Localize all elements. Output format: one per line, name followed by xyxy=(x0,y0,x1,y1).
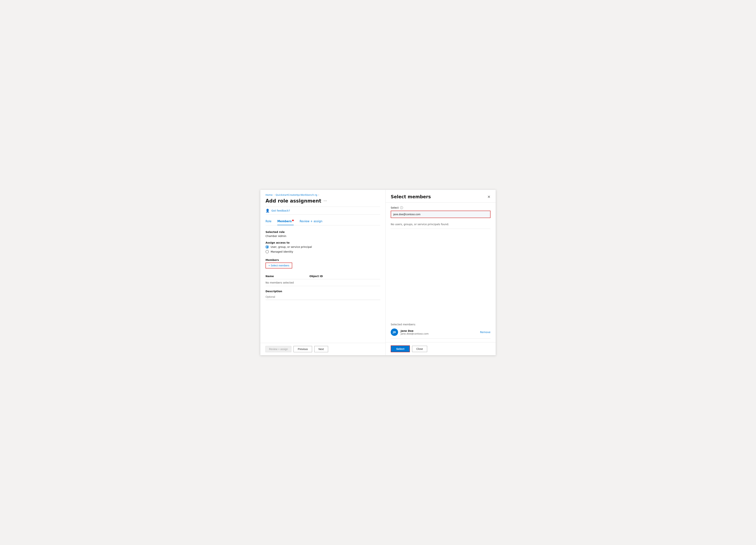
empty-row-cell: No members selected xyxy=(266,279,380,286)
breadcrumb-chevron-2: › xyxy=(318,194,319,196)
breadcrumb-chevron-1: › xyxy=(274,194,274,196)
description-label: Description xyxy=(266,290,380,293)
breadcrumb: Home › QuickstartCreateHpcWorkbench-rg › xyxy=(260,190,385,198)
radio-managed-identity-label: Managed identity xyxy=(271,250,293,253)
radio-user-group-circle[interactable] xyxy=(266,245,269,249)
page-title: Add role assignment xyxy=(266,198,321,204)
search-input[interactable] xyxy=(391,211,490,218)
selected-members-section: Selected members: JD Jane Doe jane.doe@c… xyxy=(391,323,490,339)
close-icon[interactable]: ✕ xyxy=(487,195,490,199)
assign-access-label: Assign access to xyxy=(266,241,380,244)
description-input[interactable] xyxy=(266,294,380,300)
panel-header: Select members ✕ xyxy=(386,190,496,203)
tab-review-assign[interactable]: Review + assign xyxy=(300,218,322,225)
feedback-icon: 👤 xyxy=(266,209,270,212)
more-options-icon[interactable]: ··· xyxy=(324,199,327,203)
no-results-message: No users, groups, or service principals … xyxy=(391,221,490,229)
spacer xyxy=(391,229,490,319)
col-name: Name xyxy=(266,273,310,279)
right-panel: Select members ✕ Select i No users, grou… xyxy=(386,190,496,355)
review-assign-button: Review + assign xyxy=(266,346,291,352)
radio-managed-identity[interactable]: Managed identity xyxy=(266,250,380,253)
member-avatar: JD xyxy=(391,328,398,336)
panel-body: Select i No users, groups, or service pr… xyxy=(386,203,496,342)
breadcrumb-resource-group[interactable]: QuickstartCreateHpcWorkbench-rg xyxy=(276,194,317,196)
col-objectid: Object ID xyxy=(310,273,380,279)
select-label: Select xyxy=(391,206,399,209)
previous-button[interactable]: Previous xyxy=(293,346,312,352)
tab-members[interactable]: Members xyxy=(277,218,294,225)
tabs: Role Members Review + assign xyxy=(266,218,380,225)
feedback-text: Got feedback? xyxy=(271,209,290,212)
table-row-empty: No members selected xyxy=(266,279,380,286)
radio-user-group[interactable]: User, group, or service principal xyxy=(266,245,380,249)
select-members-button[interactable]: + Select members xyxy=(266,263,292,268)
breadcrumb-home[interactable]: Home xyxy=(266,194,272,196)
info-icon: i xyxy=(400,206,403,209)
selected-role-label: Selected role xyxy=(266,231,380,233)
select-label-row: Select i xyxy=(391,206,490,209)
description-section: Description xyxy=(266,290,380,300)
members-section: Members + Select members xyxy=(266,259,380,268)
radio-user-group-label: User, group, or service principal xyxy=(271,245,312,248)
member-name: Jane Doe xyxy=(401,329,477,332)
close-button[interactable]: Close xyxy=(412,346,427,352)
left-footer: Review + assign Previous Next xyxy=(260,343,385,355)
member-row: JD Jane Doe jane.doe@contoso.com Remove xyxy=(391,328,490,339)
members-label: Members xyxy=(266,259,380,261)
search-input-wrapper xyxy=(391,211,490,218)
selected-members-label: Selected members: xyxy=(391,323,490,326)
member-email: jane.doe@contoso.com xyxy=(401,332,477,335)
tab-role[interactable]: Role xyxy=(266,218,271,225)
radio-managed-identity-circle[interactable] xyxy=(266,250,269,253)
panel-footer: Select Close xyxy=(386,342,496,355)
next-button[interactable]: Next xyxy=(314,346,328,352)
page-header: Add role assignment ··· xyxy=(266,198,380,204)
feedback-bar[interactable]: 👤 Got feedback? xyxy=(266,207,380,215)
select-button[interactable]: Select xyxy=(391,345,410,352)
member-info: Jane Doe jane.doe@contoso.com xyxy=(401,329,477,335)
members-dot xyxy=(292,220,294,221)
radio-group: User, group, or service principal Manage… xyxy=(266,245,380,255)
remove-link[interactable]: Remove xyxy=(480,331,490,334)
panel-title: Select members xyxy=(391,194,431,199)
left-panel: Home › QuickstartCreateHpcWorkbench-rg ›… xyxy=(260,190,386,355)
members-table: Name Object ID No members selected xyxy=(266,273,380,286)
selected-role-value: Chamber Admin xyxy=(266,235,380,238)
